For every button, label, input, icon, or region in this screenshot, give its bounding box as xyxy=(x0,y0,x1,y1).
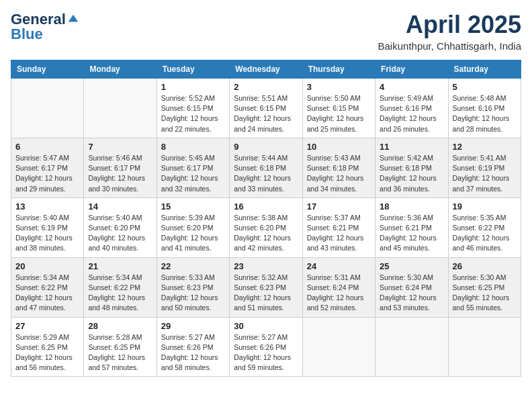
day-number: 17 xyxy=(307,201,371,212)
calendar-cell: 28Sunrise: 5:28 AMSunset: 6:25 PMDayligh… xyxy=(84,317,157,377)
location-subtitle: Baikunthpur, Chhattisgarh, India xyxy=(378,40,521,52)
calendar-week-row: 6Sunrise: 5:47 AMSunset: 6:17 PMDaylight… xyxy=(11,138,521,197)
calendar-week-row: 27Sunrise: 5:29 AMSunset: 6:25 PMDayligh… xyxy=(11,317,521,377)
day-number: 9 xyxy=(234,142,298,152)
calendar-cell xyxy=(302,317,375,377)
calendar-cell: 3Sunrise: 5:50 AMSunset: 6:15 PMDaylight… xyxy=(302,79,375,138)
day-info: Sunrise: 5:34 AMSunset: 6:22 PMDaylight:… xyxy=(88,273,152,314)
day-number: 19 xyxy=(453,201,517,212)
day-number: 14 xyxy=(88,201,152,212)
day-info: Sunrise: 5:35 AMSunset: 6:22 PMDaylight:… xyxy=(453,213,517,254)
calendar-cell: 23Sunrise: 5:32 AMSunset: 6:23 PMDayligh… xyxy=(230,257,302,317)
header-saturday: Saturday xyxy=(448,60,521,79)
day-info: Sunrise: 5:27 AMSunset: 6:26 PMDaylight:… xyxy=(234,332,298,373)
svg-marker-0 xyxy=(69,15,78,22)
day-number: 5 xyxy=(453,82,517,92)
title-block: April 2025 Baikunthpur, Chhattisgarh, In… xyxy=(378,11,521,52)
calendar-cell: 18Sunrise: 5:36 AMSunset: 6:21 PMDayligh… xyxy=(375,197,448,257)
header-thursday: Thursday xyxy=(302,60,375,79)
calendar-cell: 11Sunrise: 5:42 AMSunset: 6:18 PMDayligh… xyxy=(375,138,448,197)
calendar-cell: 16Sunrise: 5:38 AMSunset: 6:20 PMDayligh… xyxy=(230,197,302,257)
day-number: 27 xyxy=(15,321,79,331)
day-info: Sunrise: 5:36 AMSunset: 6:21 PMDaylight:… xyxy=(380,213,443,254)
day-number: 8 xyxy=(161,142,225,152)
calendar-cell: 13Sunrise: 5:40 AMSunset: 6:19 PMDayligh… xyxy=(11,197,84,257)
day-number: 21 xyxy=(88,261,152,271)
day-info: Sunrise: 5:28 AMSunset: 6:25 PMDaylight:… xyxy=(88,332,152,373)
calendar-cell: 14Sunrise: 5:40 AMSunset: 6:20 PMDayligh… xyxy=(84,197,157,257)
day-number: 29 xyxy=(161,321,225,331)
calendar-cell: 12Sunrise: 5:41 AMSunset: 6:19 PMDayligh… xyxy=(448,138,521,197)
calendar-table: Sunday Monday Tuesday Wednesday Thursday… xyxy=(11,60,521,377)
calendar-cell: 30Sunrise: 5:27 AMSunset: 6:26 PMDayligh… xyxy=(230,317,302,377)
day-info: Sunrise: 5:31 AMSunset: 6:24 PMDaylight:… xyxy=(307,273,371,314)
day-info: Sunrise: 5:48 AMSunset: 6:16 PMDaylight:… xyxy=(453,93,517,134)
calendar-cell: 15Sunrise: 5:39 AMSunset: 6:20 PMDayligh… xyxy=(157,197,229,257)
calendar-cell: 4Sunrise: 5:49 AMSunset: 6:16 PMDaylight… xyxy=(375,79,448,138)
day-number: 3 xyxy=(307,82,371,92)
calendar-cell: 1Sunrise: 5:52 AMSunset: 6:15 PMDaylight… xyxy=(157,79,229,138)
day-number: 1 xyxy=(161,82,225,92)
day-info: Sunrise: 5:41 AMSunset: 6:19 PMDaylight:… xyxy=(453,153,517,194)
day-info: Sunrise: 5:30 AMSunset: 6:25 PMDaylight:… xyxy=(453,273,517,314)
calendar-cell: 17Sunrise: 5:37 AMSunset: 6:21 PMDayligh… xyxy=(302,197,375,257)
calendar-cell: 5Sunrise: 5:48 AMSunset: 6:16 PMDaylight… xyxy=(448,79,521,138)
day-number: 26 xyxy=(453,261,517,271)
day-number: 25 xyxy=(380,261,443,271)
day-info: Sunrise: 5:40 AMSunset: 6:19 PMDaylight:… xyxy=(15,213,79,254)
day-number: 11 xyxy=(380,142,443,152)
day-number: 7 xyxy=(88,142,152,152)
day-number: 16 xyxy=(234,201,298,212)
day-number: 4 xyxy=(380,82,443,92)
logo-icon xyxy=(67,13,79,26)
day-number: 28 xyxy=(88,321,152,331)
calendar-week-row: 1Sunrise: 5:52 AMSunset: 6:15 PMDaylight… xyxy=(11,79,521,138)
day-info: Sunrise: 5:47 AMSunset: 6:17 PMDaylight:… xyxy=(15,153,79,194)
day-number: 23 xyxy=(234,261,298,271)
logo: General Blue xyxy=(11,11,79,43)
day-number: 13 xyxy=(15,201,79,212)
day-number: 18 xyxy=(380,201,443,212)
header-tuesday: Tuesday xyxy=(157,60,229,79)
calendar-cell: 24Sunrise: 5:31 AMSunset: 6:24 PMDayligh… xyxy=(302,257,375,317)
day-number: 12 xyxy=(453,142,517,152)
calendar-cell: 6Sunrise: 5:47 AMSunset: 6:17 PMDaylight… xyxy=(11,138,84,197)
day-number: 10 xyxy=(307,142,371,152)
calendar-cell: 22Sunrise: 5:33 AMSunset: 6:23 PMDayligh… xyxy=(157,257,229,317)
calendar-cell: 20Sunrise: 5:34 AMSunset: 6:22 PMDayligh… xyxy=(11,257,84,317)
day-info: Sunrise: 5:50 AMSunset: 6:15 PMDaylight:… xyxy=(307,93,371,134)
day-info: Sunrise: 5:29 AMSunset: 6:25 PMDaylight:… xyxy=(15,332,79,373)
day-info: Sunrise: 5:38 AMSunset: 6:20 PMDaylight:… xyxy=(234,213,298,254)
logo-blue: Blue xyxy=(11,26,43,43)
day-info: Sunrise: 5:49 AMSunset: 6:16 PMDaylight:… xyxy=(380,93,443,134)
calendar-cell: 27Sunrise: 5:29 AMSunset: 6:25 PMDayligh… xyxy=(11,317,84,377)
weekday-header-row: Sunday Monday Tuesday Wednesday Thursday… xyxy=(11,60,521,79)
day-number: 20 xyxy=(15,261,79,271)
header-monday: Monday xyxy=(84,60,157,79)
calendar-cell: 8Sunrise: 5:45 AMSunset: 6:17 PMDaylight… xyxy=(157,138,229,197)
day-info: Sunrise: 5:33 AMSunset: 6:23 PMDaylight:… xyxy=(161,273,225,314)
day-info: Sunrise: 5:51 AMSunset: 6:15 PMDaylight:… xyxy=(234,93,298,134)
day-info: Sunrise: 5:52 AMSunset: 6:15 PMDaylight:… xyxy=(161,93,225,134)
day-info: Sunrise: 5:43 AMSunset: 6:18 PMDaylight:… xyxy=(307,153,371,194)
calendar-cell: 9Sunrise: 5:44 AMSunset: 6:18 PMDaylight… xyxy=(230,138,302,197)
day-info: Sunrise: 5:32 AMSunset: 6:23 PMDaylight:… xyxy=(234,273,298,314)
day-number: 2 xyxy=(234,82,298,92)
day-number: 6 xyxy=(15,142,79,152)
day-number: 22 xyxy=(161,261,225,271)
day-info: Sunrise: 5:39 AMSunset: 6:20 PMDaylight:… xyxy=(161,213,225,254)
page-header: General Blue April 2025 Baikunthpur, Chh… xyxy=(11,11,521,52)
header-sunday: Sunday xyxy=(11,60,84,79)
calendar-week-row: 20Sunrise: 5:34 AMSunset: 6:22 PMDayligh… xyxy=(11,257,521,317)
calendar-cell: 2Sunrise: 5:51 AMSunset: 6:15 PMDaylight… xyxy=(230,79,302,138)
header-wednesday: Wednesday xyxy=(230,60,302,79)
day-info: Sunrise: 5:46 AMSunset: 6:17 PMDaylight:… xyxy=(88,153,152,194)
calendar-week-row: 13Sunrise: 5:40 AMSunset: 6:19 PMDayligh… xyxy=(11,197,521,257)
day-number: 24 xyxy=(307,261,371,271)
day-info: Sunrise: 5:27 AMSunset: 6:26 PMDaylight:… xyxy=(161,332,225,373)
calendar-cell: 21Sunrise: 5:34 AMSunset: 6:22 PMDayligh… xyxy=(84,257,157,317)
calendar-cell xyxy=(448,317,521,377)
calendar-cell xyxy=(11,79,84,138)
day-info: Sunrise: 5:40 AMSunset: 6:20 PMDaylight:… xyxy=(88,213,152,254)
day-info: Sunrise: 5:44 AMSunset: 6:18 PMDaylight:… xyxy=(234,153,298,194)
